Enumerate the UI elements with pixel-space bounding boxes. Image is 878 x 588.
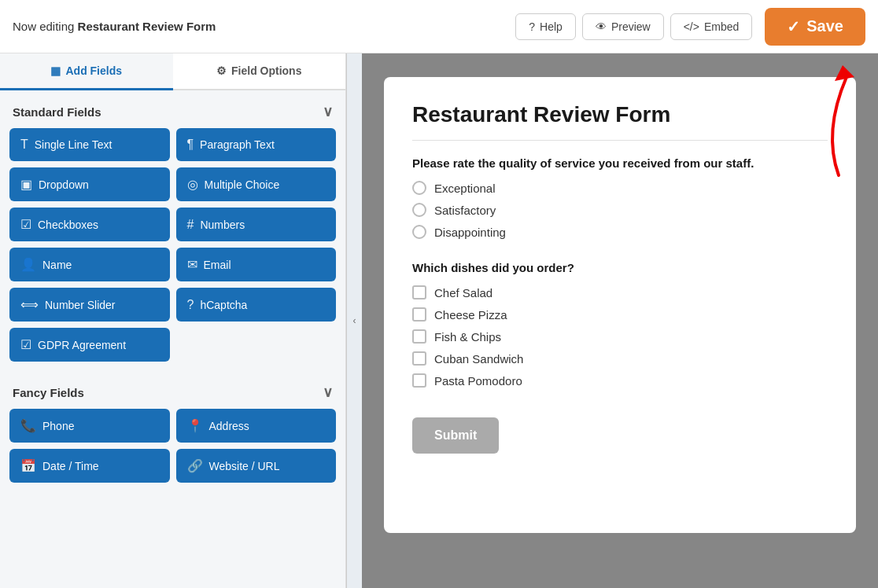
checkbox-chef-salad[interactable]: [412, 285, 426, 300]
header-title: Now editing Restaurant Review Form: [13, 20, 515, 33]
collapse-arrow-icon: ‹: [353, 315, 356, 326]
tab-add-fields[interactable]: ▦ Add Fields: [0, 53, 173, 90]
radio-icon: ◎: [187, 177, 198, 192]
field-btn-numbers[interactable]: # Numbers: [176, 208, 337, 241]
field-btn-website-url[interactable]: 🔗 Website / URL: [176, 449, 337, 483]
embed-label: Embed: [704, 20, 739, 33]
eye-icon: 👁: [596, 20, 607, 33]
email-icon: ✉: [187, 257, 197, 272]
save-button[interactable]: ✓ Save: [765, 8, 865, 46]
preview-button[interactable]: 👁 Preview: [582, 13, 664, 40]
help-button[interactable]: ? Help: [515, 13, 576, 40]
field-btn-dropdown[interactable]: ▣ Dropdown: [9, 167, 170, 201]
editing-prefix: Now editing: [13, 20, 78, 33]
checkbox-label-pasta-pomodoro: Pasta Pomodoro: [434, 374, 522, 388]
standard-fields-label: Standard Fields: [13, 105, 101, 119]
standard-fields-grid: T Single Line Text ¶ Paragraph Text ▣ Dr…: [0, 128, 345, 371]
form-card: Restaurant Review Form Please rate the q…: [384, 77, 856, 533]
calendar-icon: 📅: [20, 458, 36, 473]
help-icon: ?: [529, 20, 535, 33]
question-2-label: Which dishes did you order?: [412, 261, 828, 274]
fancy-fields-label: Fancy Fields: [13, 386, 84, 399]
radio-circle-disappointing[interactable]: [412, 225, 426, 239]
submit-button[interactable]: Submit: [412, 417, 499, 454]
code-icon: </>: [684, 20, 699, 33]
radio-label-disappointing: Disappointing: [434, 226, 506, 239]
field-btn-email[interactable]: ✉ Email: [176, 248, 337, 281]
save-label: Save: [806, 17, 843, 35]
sidebar-collapse-toggle[interactable]: ‹: [346, 53, 362, 588]
radio-label-exceptional: Exceptional: [434, 182, 496, 195]
dropdown-icon: ▣: [20, 177, 32, 192]
text-icon: T: [20, 138, 28, 152]
field-btn-checkboxes[interactable]: ☑ Checkboxes: [9, 208, 170, 241]
phone-label: Phone: [42, 420, 74, 432]
help-label: Help: [540, 20, 563, 33]
checkbox-label-chef-salad: Chef Salad: [434, 286, 492, 300]
checkbox-option-chef-salad: Chef Salad: [412, 285, 828, 300]
numbers-label: Numbers: [200, 219, 245, 231]
sidebar: ▦ Add Fields ⚙ Field Options Standard Fi…: [0, 53, 346, 588]
checkbox-label-cheese-pizza: Cheese Pizza: [434, 308, 507, 322]
captcha-icon: ?: [187, 298, 194, 312]
question-1-section: Please rate the quality of service you r…: [412, 156, 828, 239]
radio-circle-satisfactory[interactable]: [412, 203, 426, 217]
fancy-fields-grid: 📞 Phone 📍 Address 📅 Date / Time 🔗 Websit…: [0, 409, 345, 492]
main-layout: ▦ Add Fields ⚙ Field Options Standard Fi…: [0, 53, 878, 588]
field-btn-hcaptcha[interactable]: ? hCaptcha: [176, 288, 337, 322]
checkbox-option-cuban-sandwich: Cuban Sandwich: [412, 351, 828, 366]
slider-icon: ⟺: [20, 297, 39, 312]
radio-circle-exceptional[interactable]: [412, 181, 426, 195]
checkbox-option-cheese-pizza: Cheese Pizza: [412, 307, 828, 322]
chevron-down-icon: ∨: [323, 103, 333, 120]
multiple-choice-label: Multiple Choice: [205, 178, 280, 191]
checkbox-fish-chips[interactable]: [412, 329, 426, 344]
sliders-icon: ⚙: [216, 64, 227, 77]
checkbox-cheese-pizza[interactable]: [412, 307, 426, 322]
field-btn-date-time[interactable]: 📅 Date / Time: [9, 449, 170, 483]
address-label: Address: [209, 420, 249, 432]
checkbox-label-fish-chips: Fish & Chips: [434, 330, 501, 344]
gdpr-label: GDPR Agreement: [38, 339, 126, 351]
checkbox-option-pasta-pomodoro: Pasta Pomodoro: [412, 373, 828, 388]
date-time-label: Date / Time: [42, 460, 99, 472]
embed-button[interactable]: </> Embed: [670, 13, 753, 40]
paragraph-text-label: Paragraph Text: [200, 138, 275, 151]
question-2-section: Which dishes did you order? Chef Salad C…: [412, 261, 828, 388]
checkboxes-label: Checkboxes: [38, 219, 98, 231]
dropdown-label: Dropdown: [39, 178, 89, 191]
tab-field-options[interactable]: ⚙ Field Options: [173, 53, 346, 90]
field-btn-gdpr[interactable]: ☑ GDPR Agreement: [9, 328, 170, 362]
hcaptcha-label: hCaptcha: [200, 299, 247, 311]
field-btn-paragraph-text[interactable]: ¶ Paragraph Text: [176, 128, 337, 161]
field-btn-phone[interactable]: 📞 Phone: [9, 409, 170, 443]
fancy-fields-header: Fancy Fields ∨: [0, 371, 345, 409]
fancy-chevron-icon: ∨: [323, 384, 333, 401]
sidebar-tabs: ▦ Add Fields ⚙ Field Options: [0, 53, 345, 90]
phone-icon: 📞: [20, 418, 36, 433]
person-icon: 👤: [20, 257, 36, 272]
single-line-text-label: Single Line Text: [35, 138, 113, 151]
field-btn-single-line-text[interactable]: T Single Line Text: [9, 128, 170, 161]
checkbox-cuban-sandwich[interactable]: [412, 351, 426, 366]
field-btn-number-slider[interactable]: ⟺ Number Slider: [9, 288, 170, 322]
standard-fields-header: Standard Fields ∨: [0, 90, 345, 128]
radio-label-satisfactory: Satisfactory: [434, 204, 496, 217]
website-url-label: Website / URL: [209, 460, 280, 472]
field-btn-name[interactable]: 👤 Name: [9, 248, 170, 281]
numbers-icon: #: [187, 218, 194, 232]
checkmark-icon: ✓: [787, 17, 800, 36]
question-1-label: Please rate the quality of service you r…: [412, 156, 828, 170]
checkbox-label-cuban-sandwich: Cuban Sandwich: [434, 352, 523, 366]
field-btn-multiple-choice[interactable]: ◎ Multiple Choice: [176, 167, 337, 201]
checkbox-pasta-pomodoro[interactable]: [412, 373, 426, 388]
radio-option-disappointing: Disappointing: [412, 225, 828, 239]
preview-label: Preview: [611, 20, 651, 33]
radio-option-exceptional: Exceptional: [412, 181, 828, 195]
radio-option-satisfactory: Satisfactory: [412, 203, 828, 217]
link-icon: 🔗: [187, 458, 203, 473]
checkbox-icon: ☑: [20, 217, 31, 232]
field-btn-address[interactable]: 📍 Address: [176, 409, 337, 443]
name-label: Name: [42, 259, 72, 271]
grid-icon: ▦: [50, 64, 61, 77]
